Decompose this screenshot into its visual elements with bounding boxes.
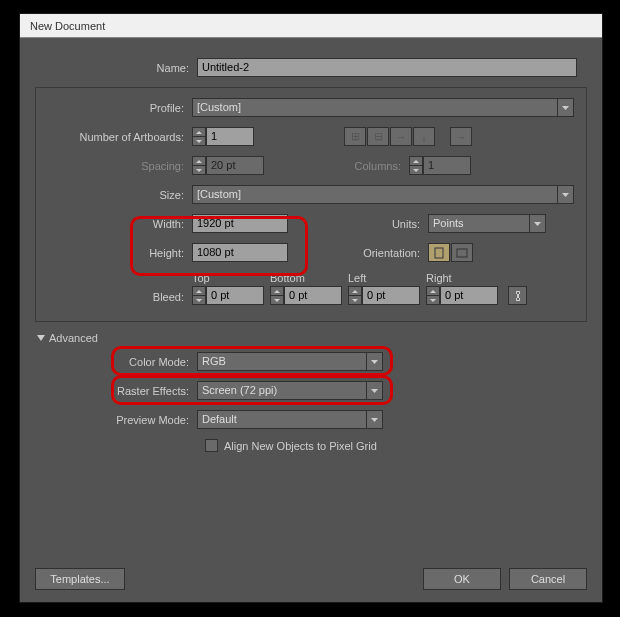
preview-select[interactable]: Default <box>197 410 383 429</box>
svg-marker-6 <box>413 169 419 172</box>
grid-by-col-icon[interactable]: ⊟ <box>367 127 389 146</box>
advanced-toggle[interactable]: Advanced <box>37 332 587 344</box>
size-select[interactable]: [Custom] <box>192 185 574 204</box>
spacing-label: Spacing: <box>42 160 192 172</box>
profile-select[interactable]: [Custom] <box>192 98 574 117</box>
bleed-label: Bleed: <box>42 291 192 305</box>
svg-marker-4 <box>196 169 202 172</box>
dialog-title: New Document <box>20 14 602 38</box>
templates-button[interactable]: Templates... <box>35 568 125 590</box>
columns-stepper: 1 <box>409 156 471 175</box>
svg-marker-3 <box>196 160 202 163</box>
cancel-button[interactable]: Cancel <box>509 568 587 590</box>
bleed-top-stepper[interactable]: 0 pt <box>192 286 264 305</box>
height-input[interactable]: 1080 pt <box>192 243 288 262</box>
svg-marker-13 <box>274 290 280 293</box>
svg-marker-18 <box>430 299 436 302</box>
main-panel: Profile: [Custom] Number of Artboards: 1… <box>35 87 587 322</box>
name-input[interactable]: Untitled-2 <box>197 58 577 77</box>
bleed-bottom-stepper[interactable]: 0 pt <box>270 286 342 305</box>
chevron-down-icon <box>366 352 383 371</box>
svg-marker-2 <box>196 140 202 143</box>
size-label: Size: <box>42 189 192 201</box>
preview-label: Preview Mode: <box>35 414 197 426</box>
svg-marker-5 <box>413 160 419 163</box>
bleed-top-label: Top <box>192 272 264 284</box>
svg-marker-7 <box>562 193 569 197</box>
new-document-dialog: New Document Name: Untitled-2 Profile: [… <box>19 13 603 603</box>
svg-marker-14 <box>274 299 280 302</box>
artboards-label: Number of Artboards: <box>42 131 192 143</box>
name-label: Name: <box>35 62 197 74</box>
svg-marker-20 <box>37 335 45 341</box>
color-mode-label: Color Mode: <box>35 356 197 368</box>
chevron-down-icon <box>366 381 383 400</box>
svg-marker-17 <box>430 290 436 293</box>
width-input[interactable]: 1920 pt <box>192 214 288 233</box>
link-bleed-icon[interactable] <box>508 286 527 305</box>
svg-rect-10 <box>457 249 467 257</box>
rtl-icon[interactable]: → <box>450 127 472 146</box>
bleed-right-stepper[interactable]: 0 pt <box>426 286 498 305</box>
color-mode-select[interactable]: RGB <box>197 352 383 371</box>
svg-rect-19 <box>517 294 519 298</box>
chevron-down-icon <box>557 98 574 117</box>
units-select[interactable]: Points <box>428 214 546 233</box>
columns-label: Columns: <box>264 160 409 172</box>
raster-label: Raster Effects: <box>35 385 197 397</box>
bleed-right-label: Right <box>426 272 498 284</box>
chevron-down-icon <box>557 185 574 204</box>
spacing-stepper: 20 pt <box>192 156 264 175</box>
ok-button[interactable]: OK <box>423 568 501 590</box>
svg-marker-23 <box>371 418 378 422</box>
bleed-bottom-label: Bottom <box>270 272 342 284</box>
svg-marker-12 <box>196 299 202 302</box>
checkbox-icon <box>205 439 218 452</box>
svg-marker-11 <box>196 290 202 293</box>
svg-marker-16 <box>352 299 358 302</box>
units-label: Units: <box>288 218 428 230</box>
chevron-down-icon <box>37 334 45 342</box>
svg-marker-1 <box>196 131 202 134</box>
chevron-down-icon <box>366 410 383 429</box>
orientation-portrait-icon[interactable] <box>428 243 450 262</box>
svg-marker-22 <box>371 389 378 393</box>
svg-rect-9 <box>435 248 443 258</box>
arrange-row-icon[interactable]: → <box>390 127 412 146</box>
orientation-label: Orientation: <box>288 247 428 259</box>
profile-label: Profile: <box>42 102 192 114</box>
bleed-left-stepper[interactable]: 0 pt <box>348 286 420 305</box>
height-label: Height: <box>42 247 192 259</box>
width-label: Width: <box>42 218 192 230</box>
grid-by-row-icon[interactable]: ⊞ <box>344 127 366 146</box>
chevron-down-icon <box>529 214 546 233</box>
arrange-col-icon[interactable]: ↓ <box>413 127 435 146</box>
svg-marker-15 <box>352 290 358 293</box>
orientation-landscape-icon[interactable] <box>451 243 473 262</box>
align-checkbox[interactable]: Align New Objects to Pixel Grid <box>205 439 587 452</box>
svg-marker-0 <box>562 106 569 110</box>
raster-select[interactable]: Screen (72 ppi) <box>197 381 383 400</box>
svg-marker-8 <box>534 222 541 226</box>
svg-marker-21 <box>371 360 378 364</box>
bleed-left-label: Left <box>348 272 420 284</box>
artboards-stepper[interactable]: 1 <box>192 127 254 146</box>
